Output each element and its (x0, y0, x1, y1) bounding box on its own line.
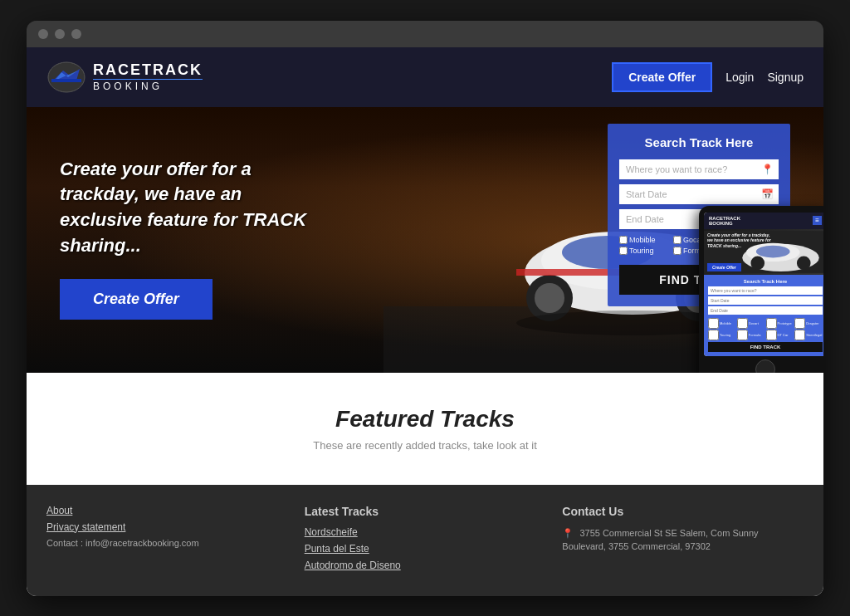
hero-text-block: Create your offer for a trackday, we hav… (60, 157, 325, 320)
footer-col-contact: Contact Us 📍 3755 Commercial St SE Salem… (562, 505, 804, 576)
latest-tracks-heading: Latest Tracks (305, 505, 546, 518)
svg-point-18 (750, 256, 765, 270)
mobile-location-input[interactable] (708, 286, 823, 295)
calendar-start-icon: 📅 (761, 188, 774, 200)
mobile-cb-formula[interactable]: Formula (737, 330, 765, 340)
featured-subtitle: These are recently added tracks, take lo… (46, 439, 804, 452)
mobile-start-input[interactable] (708, 296, 823, 305)
mobile-cb-gtcar[interactable]: GT Car (766, 330, 794, 340)
location-input-group: 📍 (619, 159, 779, 179)
hero-section: Create your offer for a trackday, we hav… (27, 107, 823, 373)
mobible-checkbox[interactable] (619, 236, 628, 244)
start-date-input-group: 📅 (619, 184, 779, 204)
location-icon: 📍 (761, 164, 774, 175)
contact-heading: Contact Us (562, 505, 804, 518)
about-link[interactable]: About (46, 505, 288, 516)
svg-rect-3 (51, 79, 81, 82)
navbar: RACETRACK BOOKING Create Offer Login Sig… (27, 47, 823, 107)
browser-frame: RACETRACK BOOKING Create Offer Login Sig… (27, 21, 823, 596)
mobile-cb-gocart[interactable]: Gocart (737, 318, 765, 329)
logo-area: RACETRACK BOOKING (46, 57, 203, 97)
mobile-end-input[interactable] (708, 306, 823, 315)
login-link[interactable]: Login (725, 71, 754, 84)
logo-text: RACETRACK BOOKING (93, 62, 203, 91)
browser-dot-red (38, 29, 48, 39)
logo-booking: BOOKING (93, 79, 203, 91)
featured-section: Featured Tracks These are recently added… (27, 373, 823, 485)
track-punta-link[interactable]: Punta del Este (305, 543, 546, 555)
privacy-link[interactable]: Privacy statement (46, 521, 288, 533)
track-nordscheife-link[interactable]: Nordscheife (305, 526, 546, 538)
website-content: RACETRACK BOOKING Create Offer Login Sig… (27, 47, 823, 596)
mobile-home-button[interactable] (755, 359, 775, 373)
map-pin-icon: 📍 (562, 526, 574, 540)
touring-checkbox[interactable] (619, 247, 628, 255)
mobile-mockup: RACETRACKBOOKING ≡ (699, 206, 823, 373)
formula-checkbox[interactable] (673, 247, 681, 255)
nav-right: Create Offer Login Signup (612, 62, 804, 92)
footer-contact-text: Contact : info@racetrackbooking.com (46, 538, 288, 548)
mobile-search-panel: Search Track Here Mobible Gocart Prototy… (704, 275, 823, 356)
mobile-find-track-button[interactable]: FIND TRACK (708, 342, 823, 352)
logo-icon (46, 57, 86, 97)
checkbox-mobible[interactable]: Mobible (619, 236, 671, 244)
create-offer-nav-button[interactable]: Create Offer (612, 62, 712, 92)
checkbox-touring[interactable]: Touring (619, 247, 671, 255)
signup-link[interactable]: Signup (767, 71, 804, 84)
mobile-cb-streetlegal[interactable]: Streetlegal (794, 330, 823, 340)
mobile-hero-text: Create your offer for a trackday, we hav… (707, 232, 774, 249)
mobile-menu-icon: ≡ (813, 216, 822, 225)
gocart-checkbox[interactable] (673, 236, 681, 244)
mobile-screen: RACETRACKBOOKING ≡ (704, 213, 823, 356)
contact-address: 📍 3755 Commercial St SE Salem, Com Sunny… (562, 526, 804, 554)
track-autodromo-link[interactable]: Autodromo de Diseno (305, 560, 546, 571)
browser-titlebar (27, 21, 823, 47)
footer-col-tracks: Latest Tracks Nordscheife Punta del Este… (305, 505, 546, 576)
start-date-input[interactable] (619, 184, 779, 204)
mobile-navbar: RACETRACKBOOKING ≡ (704, 213, 823, 229)
svg-point-9 (535, 283, 564, 313)
footer: About Privacy statement Contact : info@r… (27, 485, 823, 596)
featured-title: Featured Tracks (46, 406, 804, 433)
mobile-cb-dragster[interactable]: Dragster (794, 318, 823, 329)
logo-racetrack: RACETRACK (93, 62, 203, 77)
mobile-search-title: Search Track Here (708, 279, 823, 284)
svg-point-19 (797, 256, 811, 270)
mobile-cb-touring[interactable]: Touring (708, 330, 736, 340)
location-input[interactable] (619, 159, 779, 179)
mobile-checkboxes: Mobible Gocart Prototype Dragster Tourin… (708, 318, 823, 340)
mobile-cb-mobible[interactable]: Mobible (708, 318, 736, 329)
mobile-hero: Create your offer for a trackday, we hav… (704, 229, 823, 275)
footer-col-about: About Privacy statement Contact : info@r… (46, 505, 288, 576)
browser-dot-yellow (55, 29, 65, 39)
hero-tagline: Create your offer for a trackday, we hav… (60, 157, 325, 259)
search-panel-title: Search Track Here (619, 135, 779, 149)
mobile-cb-prototype[interactable]: Prototype (766, 318, 794, 329)
mobile-logo: RACETRACKBOOKING (709, 216, 740, 226)
create-offer-hero-button[interactable]: Create Offer (60, 279, 212, 320)
browser-dot-green (71, 29, 81, 39)
mobile-create-offer-button[interactable]: Create Offer (707, 263, 741, 271)
